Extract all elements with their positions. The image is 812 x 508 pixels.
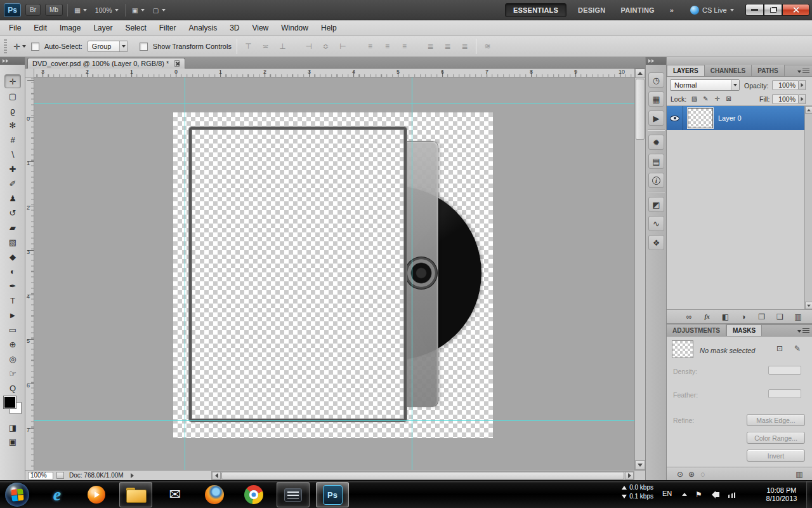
- pen-tool[interactable]: ✒: [4, 279, 21, 293]
- tab-layers[interactable]: LAYERS: [667, 65, 705, 76]
- taskbar-firefox[interactable]: [198, 482, 231, 507]
- opacity-slider-button[interactable]: [799, 80, 806, 90]
- load-selection-from-mask-icon[interactable]: ⊙: [674, 470, 686, 479]
- quick-mask-mode-button[interactable]: ◨: [4, 420, 21, 434]
- vertical-ruler[interactable]: 0 1 2 3 4 5 6 7: [25, 77, 34, 470]
- tab-channels[interactable]: CHANNELS: [705, 65, 752, 76]
- horizontal-scrollbar[interactable]: [211, 471, 634, 480]
- tab-adjustments[interactable]: ADJUSTMENTS: [667, 324, 726, 336]
- tools-panel-collapse-button[interactable]: [0, 57, 25, 65]
- rectangular-marquee-tool[interactable]: ▢: [4, 89, 21, 103]
- 3d-orbit-tool[interactable]: ◎: [4, 352, 21, 366]
- distribute-vertical-centers-button[interactable]: ≡: [381, 41, 393, 52]
- lock-position-icon[interactable]: ✛: [712, 94, 722, 104]
- lock-transparency-icon[interactable]: ▨: [690, 94, 699, 104]
- layer-comps-panel-icon[interactable]: ❖: [648, 235, 664, 250]
- start-button[interactable]: [5, 483, 29, 507]
- vertical-scroll-thumb[interactable]: [636, 79, 645, 140]
- screen-mode-button[interactable]: ▢: [151, 6, 167, 14]
- zoom-level-button[interactable]: 100%: [93, 6, 121, 14]
- scroll-down-button[interactable]: [635, 460, 645, 470]
- taskbar-media-player[interactable]: [80, 482, 113, 507]
- masks-panel-icon[interactable]: ◩: [648, 197, 664, 212]
- auto-select-dropdown[interactable]: Group: [88, 41, 128, 52]
- menu-select[interactable]: Select: [119, 20, 152, 36]
- align-vertical-centers-button[interactable]: ≍: [259, 41, 272, 52]
- hand-tool[interactable]: ☞: [4, 366, 21, 380]
- tool-preset-picker[interactable]: ✛: [13, 42, 26, 51]
- panel-strip-collapse-button[interactable]: [646, 57, 666, 65]
- layer-list-scrollbar[interactable]: [804, 106, 812, 309]
- action-center-flag-icon[interactable]: ⚑: [695, 490, 702, 499]
- link-layers-icon[interactable]: ∞: [683, 312, 695, 321]
- crop-tool[interactable]: #: [4, 133, 21, 147]
- opacity-value-field[interactable]: 100%: [772, 80, 799, 90]
- arrange-documents-button[interactable]: ▣: [130, 6, 147, 14]
- quick-selection-tool[interactable]: ✻: [4, 118, 21, 132]
- workspace-essentials[interactable]: ESSENTIALS: [505, 3, 566, 17]
- panel-menu-icon[interactable]: [797, 328, 810, 335]
- vertical-scrollbar[interactable]: [634, 69, 645, 470]
- menu-file[interactable]: File: [3, 20, 27, 36]
- guide-vertical[interactable]: [412, 77, 412, 470]
- taskbar-presentation-app[interactable]: [277, 482, 310, 507]
- restore-button[interactable]: [764, 4, 782, 16]
- workspace-overflow-chevron[interactable]: »: [666, 4, 678, 17]
- taskbar-windows-explorer[interactable]: [119, 482, 152, 507]
- layer-thumbnail[interactable]: [688, 108, 713, 128]
- scroll-up-button[interactable]: [805, 106, 812, 114]
- status-options-button[interactable]: [129, 472, 136, 479]
- delete-mask-icon[interactable]: ▥: [794, 470, 805, 479]
- lock-image-icon[interactable]: ✎: [701, 94, 710, 104]
- align-top-edges-button[interactable]: ⊤: [242, 41, 254, 52]
- workspace-design[interactable]: DESIGN: [574, 4, 609, 17]
- menu-window[interactable]: Window: [275, 20, 315, 36]
- history-brush-tool[interactable]: ↺: [4, 206, 21, 220]
- blend-mode-dropdown[interactable]: Normal: [670, 79, 740, 91]
- network-signal-icon[interactable]: [728, 491, 737, 498]
- fill-value-field[interactable]: 100%: [772, 94, 799, 104]
- scroll-left-button[interactable]: [212, 472, 221, 479]
- layer-style-icon[interactable]: fx: [702, 313, 713, 320]
- menu-image[interactable]: Image: [53, 20, 87, 36]
- invert-button[interactable]: Invert: [747, 450, 805, 462]
- taskbar-photoshop[interactable]: Ps: [316, 482, 349, 507]
- lock-all-icon[interactable]: ⊠: [724, 94, 733, 104]
- move-tool[interactable]: ✛: [4, 74, 21, 88]
- new-group-icon[interactable]: ❐: [756, 312, 768, 321]
- tab-masks[interactable]: MASKS: [726, 324, 762, 336]
- new-adjustment-layer-icon[interactable]: ◑: [738, 312, 749, 321]
- delete-layer-icon[interactable]: ▥: [792, 312, 804, 321]
- spot-healing-brush-tool[interactable]: ✚: [4, 162, 21, 176]
- screen-mode-toggle-button[interactable]: ▣: [4, 434, 21, 448]
- document-tab[interactable]: DVD_cover.psd @ 100% (Layer 0, RGB/8) *: [27, 58, 185, 69]
- network-speed-monitor[interactable]: 0.0 kbps 0.1 kbps: [604, 484, 653, 500]
- path-selection-tool[interactable]: ►: [4, 308, 21, 322]
- guide-horizontal[interactable]: [34, 104, 634, 104]
- language-indicator[interactable]: EN: [662, 490, 672, 497]
- menu-edit[interactable]: Edit: [27, 20, 53, 36]
- add-vector-mask-icon[interactable]: ✎: [791, 343, 804, 354]
- show-hidden-icons-button[interactable]: [682, 493, 687, 496]
- auto-align-layers-button[interactable]: ≋: [481, 41, 494, 52]
- taskbar-clock[interactable]: 10:08 PM 8/10/2013: [756, 486, 807, 503]
- actions-panel-icon[interactable]: ▶: [648, 110, 664, 126]
- view-extras-button[interactable]: ▦: [72, 6, 89, 14]
- align-horizontal-centers-button[interactable]: ≎: [320, 41, 332, 52]
- menu-view[interactable]: View: [246, 20, 275, 36]
- gradient-tool[interactable]: ▧: [4, 235, 21, 249]
- scroll-up-button[interactable]: [635, 69, 645, 78]
- distribute-top-edges-button[interactable]: ≡: [364, 41, 376, 52]
- brush-tool[interactable]: ✐: [4, 177, 21, 190]
- panel-menu-icon[interactable]: [797, 68, 810, 75]
- close-tab-icon[interactable]: [174, 60, 180, 67]
- taskbar-chrome[interactable]: [237, 482, 270, 507]
- disable-mask-icon[interactable]: ◌: [697, 470, 709, 479]
- fill-slider-button[interactable]: [799, 94, 806, 104]
- align-bottom-edges-button[interactable]: ⊥: [277, 41, 289, 52]
- dodge-tool[interactable]: ◐: [4, 264, 21, 278]
- menu-help[interactable]: Help: [315, 20, 343, 36]
- styles-panel-icon[interactable]: ▤: [648, 154, 664, 169]
- layer-visibility-toggle[interactable]: [667, 106, 683, 130]
- close-button[interactable]: [782, 4, 809, 16]
